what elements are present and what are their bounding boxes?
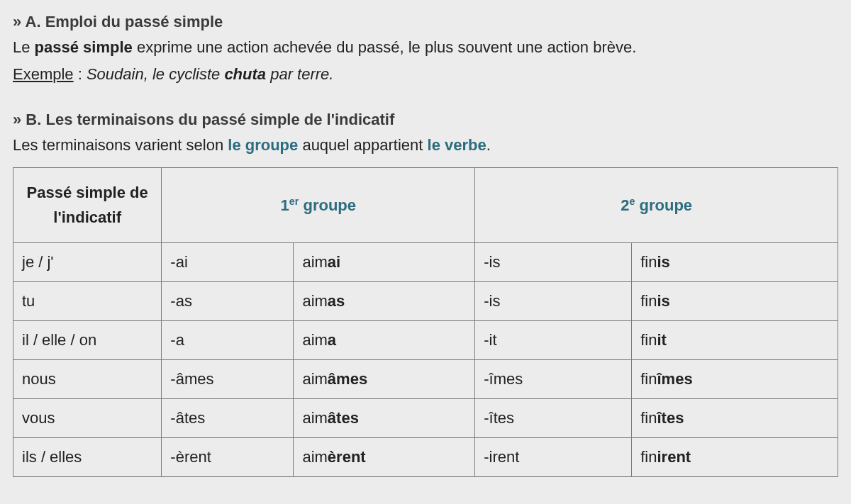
cell-ending-g1: -as xyxy=(162,281,294,320)
cell-pronoun: je / j' xyxy=(13,242,162,281)
table-row: vous-âtesaimâtes-îtesfinîtes xyxy=(13,399,838,438)
verb-root: fin xyxy=(640,370,657,388)
cell-ending-g2: -îmes xyxy=(475,359,632,398)
header-group-2: 2e groupe xyxy=(475,168,838,242)
cell-example-g2: finis xyxy=(632,281,838,320)
cell-example-g1: aimâtes xyxy=(294,399,475,438)
verb-root: aim xyxy=(302,331,327,349)
table-row: nous-âmesaimâmes-îmesfinîmes xyxy=(13,359,838,398)
example-label: Exemple xyxy=(13,65,74,83)
link-le-verbe[interactable]: le verbe xyxy=(428,136,486,154)
verb-ending: as xyxy=(328,292,345,310)
verb-root: aim xyxy=(302,409,327,427)
cell-ending-g2: -is xyxy=(475,242,632,281)
verb-root: fin xyxy=(640,253,657,271)
verb-ending: is xyxy=(657,292,669,310)
text: l'indicatif xyxy=(53,208,121,226)
example-verb: chuta xyxy=(224,65,266,83)
verb-ending: îtes xyxy=(657,409,684,427)
cell-example-g2: finîtes xyxy=(632,399,838,438)
verb-root: fin xyxy=(640,292,657,310)
text: auquel appartient xyxy=(298,136,427,154)
verb-root: aim xyxy=(302,370,327,388)
cell-ending-g2: -is xyxy=(475,281,632,320)
text: groupe xyxy=(299,196,356,214)
table-row: je / j'-aiaimai-isfinis xyxy=(13,242,838,281)
cell-pronoun: nous xyxy=(13,359,162,398)
verb-ending: irent xyxy=(657,448,691,466)
text: par terre. xyxy=(266,65,333,83)
cell-ending-g1: -èrent xyxy=(162,438,294,477)
table-row: il / elle / on-aaima-itfinit xyxy=(13,320,838,359)
table-header-row: Passé simple de l'indicatif 1er groupe 2… xyxy=(13,168,838,242)
text: : xyxy=(74,65,87,83)
verb-ending: a xyxy=(328,331,336,349)
section-a-example: Exemple : Soudain, le cycliste chuta par… xyxy=(13,62,838,86)
text: 1 xyxy=(281,196,289,214)
cell-ending-g1: -âmes xyxy=(162,359,294,398)
verb-ending: îmes xyxy=(657,370,692,388)
cell-pronoun: vous xyxy=(13,399,162,438)
cell-ending-g2: -it xyxy=(475,320,632,359)
link-le-groupe[interactable]: le groupe xyxy=(228,136,298,154)
cell-pronoun: ils / elles xyxy=(13,438,162,477)
cell-example-g1: aimai xyxy=(294,242,475,281)
table-row: tu-asaimas-isfinis xyxy=(13,281,838,320)
text: Soudain, le cycliste xyxy=(87,65,224,83)
cell-example-g1: aimâmes xyxy=(294,359,475,398)
verb-ending: âtes xyxy=(328,409,359,427)
verb-root: aim xyxy=(302,448,327,466)
text: groupe xyxy=(635,196,692,214)
text: Passé simple de xyxy=(27,184,148,201)
text: exprime une action achevée du passé, le … xyxy=(133,38,637,56)
example-sentence: Soudain, le cycliste chuta par terre. xyxy=(87,65,334,83)
cell-ending-g2: -îtes xyxy=(475,399,632,438)
section-b-text: Les terminaisons varient selon le groupe… xyxy=(13,133,838,157)
cell-example-g2: finîmes xyxy=(632,359,838,398)
verb-root: aim xyxy=(302,292,327,310)
text: 2 xyxy=(621,196,629,214)
cell-pronoun: tu xyxy=(13,281,162,320)
section-a-text: Le passé simple exprime une action achev… xyxy=(13,35,838,60)
cell-example-g2: finit xyxy=(632,320,838,359)
section-a-title: » A. Emploi du passé simple xyxy=(13,10,838,34)
term-passe-simple: passé simple xyxy=(35,38,133,56)
header-indicatif: Passé simple de l'indicatif xyxy=(13,168,162,242)
cell-ending-g2: -irent xyxy=(475,438,632,477)
verb-ending: is xyxy=(657,253,669,271)
cell-ending-g1: -âtes xyxy=(162,399,294,438)
verb-ending: èrent xyxy=(328,448,366,466)
text: . xyxy=(486,136,491,154)
cell-example-g1: aimèrent xyxy=(294,438,475,477)
section-b-title: » B. Les terminaisons du passé simple de… xyxy=(13,108,838,132)
cell-example-g2: finirent xyxy=(632,438,838,477)
cell-example-g1: aimas xyxy=(294,281,475,320)
header-group-1: 1er groupe xyxy=(162,168,475,242)
verb-ending: âmes xyxy=(328,370,367,388)
cell-example-g2: finis xyxy=(632,242,838,281)
cell-ending-g1: -ai xyxy=(162,242,294,281)
conjugation-table: Passé simple de l'indicatif 1er groupe 2… xyxy=(13,167,838,477)
text: Le xyxy=(13,38,35,56)
verb-root: fin xyxy=(640,409,657,427)
text: Les terminaisons varient selon xyxy=(13,136,228,154)
table-row: ils / elles-èrentaimèrent-irentfinirent xyxy=(13,438,838,477)
ordinal-sup: er xyxy=(289,195,299,206)
cell-example-g1: aima xyxy=(294,320,475,359)
verb-root: fin xyxy=(640,331,657,349)
verb-root: fin xyxy=(640,448,657,466)
cell-pronoun: il / elle / on xyxy=(13,320,162,359)
verb-ending: it xyxy=(657,331,666,349)
verb-root: aim xyxy=(302,253,327,271)
verb-ending: ai xyxy=(328,253,340,271)
cell-ending-g1: -a xyxy=(162,320,294,359)
